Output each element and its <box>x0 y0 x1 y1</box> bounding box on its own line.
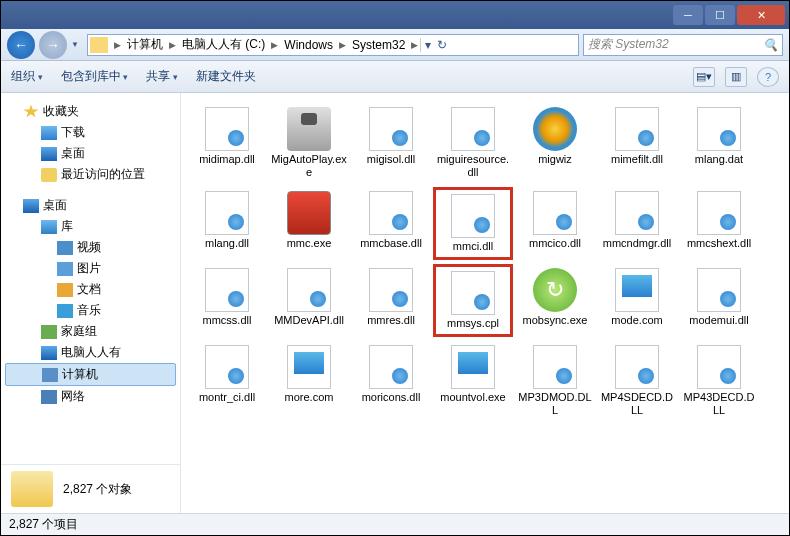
sidebar-network[interactable]: 网络 <box>5 386 176 407</box>
breadcrumb[interactable]: System32 <box>348 38 409 52</box>
address-bar[interactable]: ▶ 计算机 ▶ 电脑人人有 (C:) ▶ Windows ▶ System32 … <box>87 34 579 56</box>
file-item[interactable]: mimefilt.dll <box>597 103 677 183</box>
file-item[interactable]: mmcss.dll <box>187 264 267 337</box>
win-file-icon <box>287 345 331 389</box>
file-item[interactable]: moricons.dll <box>351 341 431 421</box>
file-item[interactable]: MP3DMOD.DLL <box>515 341 595 421</box>
sidebar-music[interactable]: 音乐 <box>5 300 176 321</box>
navigation-bar: ← → ▼ ▶ 计算机 ▶ 电脑人人有 (C:) ▶ Windows ▶ Sys… <box>1 29 789 61</box>
back-button[interactable]: ← <box>7 31 35 59</box>
sidebar-recent[interactable]: 最近访问的位置 <box>5 164 176 185</box>
file-name: miguiresource.dll <box>435 153 511 179</box>
file-name: mmcss.dll <box>203 314 252 327</box>
search-icon[interactable]: 🔍 <box>763 38 778 52</box>
sidebar-homegroup[interactable]: 家庭组 <box>5 321 176 342</box>
file-item[interactable]: mobsync.exe <box>515 264 595 337</box>
search-input[interactable]: 搜索 System32 🔍 <box>583 34 783 56</box>
sidebar-pictures[interactable]: 图片 <box>5 258 176 279</box>
file-item[interactable]: montr_ci.dll <box>187 341 267 421</box>
file-list[interactable]: midimap.dllMigAutoPlay.exemigisol.dllmig… <box>181 93 789 513</box>
dll-file-icon <box>615 345 659 389</box>
file-item[interactable]: mlang.dll <box>187 187 267 260</box>
file-item[interactable]: mmres.dll <box>351 264 431 337</box>
breadcrumb[interactable]: Windows <box>280 38 337 52</box>
file-name: more.com <box>285 391 334 404</box>
file-item[interactable]: MP43DECD.DLL <box>679 341 759 421</box>
file-item[interactable]: miguiresource.dll <box>433 103 513 183</box>
file-item[interactable]: mountvol.exe <box>433 341 513 421</box>
file-item[interactable]: mlang.dat <box>679 103 759 183</box>
file-item[interactable]: MP4SDECD.DLL <box>597 341 677 421</box>
mmc-file-icon <box>287 191 331 235</box>
file-item[interactable]: MigAutoPlay.exe <box>269 103 349 183</box>
file-item[interactable]: mmci.dll <box>433 187 513 260</box>
user-icon <box>41 346 57 360</box>
minimize-button[interactable]: ─ <box>673 5 703 25</box>
preview-pane-button[interactable]: ▥ <box>725 67 747 87</box>
sidebar-videos[interactable]: 视频 <box>5 237 176 258</box>
close-button[interactable]: ✕ <box>737 5 785 25</box>
dll-file-icon <box>451 271 495 315</box>
sidebar-user[interactable]: 电脑人人有 <box>5 342 176 363</box>
forward-button[interactable]: → <box>39 31 67 59</box>
file-item[interactable]: mmcico.dll <box>515 187 595 260</box>
address-actions: ▾ ↻ <box>420 38 451 52</box>
file-item[interactable]: modemui.dll <box>679 264 759 337</box>
refresh-icon[interactable]: ↻ <box>437 38 447 52</box>
favorites-group[interactable]: 收藏夹 <box>5 101 176 122</box>
organize-menu[interactable]: 组织 <box>11 68 43 85</box>
file-item[interactable]: mmc.exe <box>269 187 349 260</box>
file-item[interactable]: mode.com <box>597 264 677 337</box>
file-item[interactable]: MMDevAPI.dll <box>269 264 349 337</box>
sidebar-computer[interactable]: 计算机 <box>5 363 176 386</box>
folder-icon <box>11 471 53 507</box>
breadcrumb[interactable]: 电脑人人有 (C:) <box>178 36 269 53</box>
chevron-right-icon[interactable]: ▶ <box>337 40 348 50</box>
sidebar-desktop[interactable]: 桌面 <box>5 143 176 164</box>
dll-file-icon <box>533 345 577 389</box>
folder-icon <box>90 37 108 53</box>
file-name: MigAutoPlay.exe <box>271 153 347 179</box>
chevron-down-icon[interactable]: ▾ <box>425 38 431 52</box>
document-icon <box>57 283 73 297</box>
file-item[interactable]: migwiz <box>515 103 595 183</box>
file-name: midimap.dll <box>199 153 255 166</box>
file-item[interactable]: mmcshext.dll <box>679 187 759 260</box>
file-name: montr_ci.dll <box>199 391 255 404</box>
exe-file-icon <box>287 107 331 151</box>
file-item[interactable]: midimap.dll <box>187 103 267 183</box>
help-button[interactable]: ? <box>757 67 779 87</box>
file-name: MP4SDECD.DLL <box>599 391 675 417</box>
file-name: mmci.dll <box>453 240 493 253</box>
chevron-right-icon[interactable]: ▶ <box>269 40 280 50</box>
library-icon <box>41 220 57 234</box>
file-name: migwiz <box>538 153 572 166</box>
share-menu[interactable]: 共享 <box>146 68 178 85</box>
picture-icon <box>57 262 73 276</box>
sidebar-libraries[interactable]: 库 <box>5 216 176 237</box>
history-dropdown[interactable]: ▼ <box>71 40 83 49</box>
dll-file-icon <box>369 268 413 312</box>
win-file-icon <box>615 268 659 312</box>
chevron-right-icon[interactable]: ▶ <box>409 40 420 50</box>
file-item[interactable]: mmsys.cpl <box>433 264 513 337</box>
breadcrumb[interactable]: 计算机 <box>123 36 167 53</box>
sync-file-icon <box>533 268 577 312</box>
sidebar-downloads[interactable]: 下载 <box>5 122 176 143</box>
view-options-button[interactable]: ▤▾ <box>693 67 715 87</box>
include-menu[interactable]: 包含到库中 <box>61 68 129 85</box>
desktop-group[interactable]: 桌面 <box>5 195 176 216</box>
maximize-button[interactable]: ☐ <box>705 5 735 25</box>
chevron-right-icon[interactable]: ▶ <box>167 40 178 50</box>
file-item[interactable]: more.com <box>269 341 349 421</box>
newfolder-button[interactable]: 新建文件夹 <box>196 68 256 85</box>
dll-file-icon <box>697 345 741 389</box>
chevron-right-icon[interactable]: ▶ <box>112 40 123 50</box>
file-item[interactable]: migisol.dll <box>351 103 431 183</box>
file-name: mmc.exe <box>287 237 332 250</box>
sidebar-documents[interactable]: 文档 <box>5 279 176 300</box>
dll-file-icon <box>697 268 741 312</box>
file-item[interactable]: mmcndmgr.dll <box>597 187 677 260</box>
file-item[interactable]: mmcbase.dll <box>351 187 431 260</box>
navigation-pane: 收藏夹 下载 桌面 最近访问的位置 桌面 库 视频 图片 文档 音乐 家庭组 电… <box>1 93 181 513</box>
